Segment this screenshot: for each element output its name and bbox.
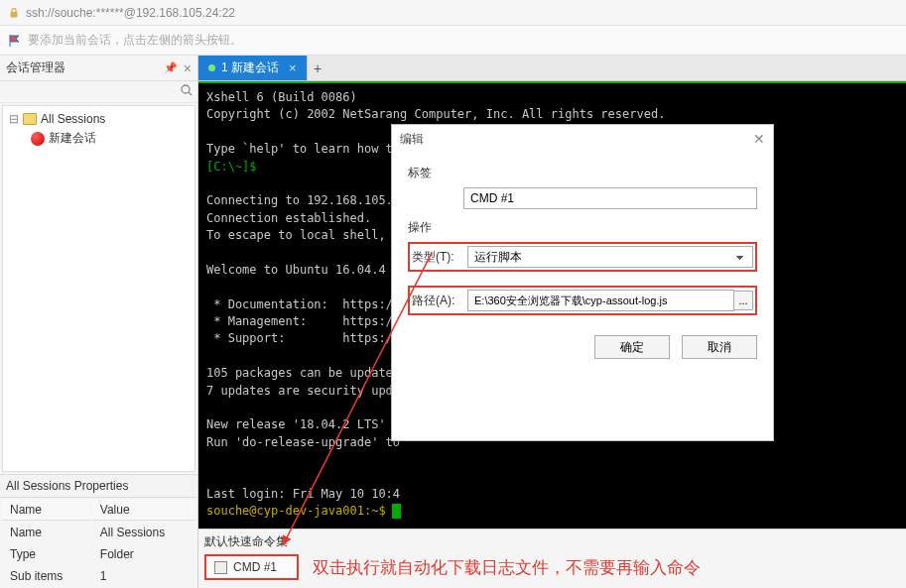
flag-icon (8, 34, 22, 48)
hint-text: 要添加当前会话，点击左侧的箭头按钮。 (28, 32, 242, 49)
prop-row: TypeFolder (2, 544, 195, 564)
tab-add-button[interactable]: + (307, 56, 328, 80)
path-label: 路径(A): (412, 293, 467, 309)
properties-table: NameValue NameAll Sessions TypeFolder Su… (0, 498, 197, 588)
address-text[interactable]: ssh://souche:******@192.168.105.24:22 (26, 6, 235, 20)
session-tree: ⊟ All Sessions 新建会话 (2, 105, 195, 472)
hint-bar: 要添加当前会话，点击左侧的箭头按钮。 (0, 26, 906, 56)
pane-close-icon[interactable]: × (184, 60, 192, 76)
prop-row: NameAll Sessions (2, 523, 195, 542)
tab-status-dot (208, 64, 215, 71)
prop-row: Sub items1 (2, 566, 195, 586)
svg-line-2 (189, 92, 192, 95)
quick-command-bar: 默认快速命令集 CMD #1 双击执行就自动化下载日志文件，不需要再输入命令 (198, 529, 906, 588)
tree-item-session[interactable]: 新建会话 (5, 128, 193, 149)
tree-item-root[interactable]: ⊟ All Sessions (5, 110, 193, 128)
cursor (393, 505, 400, 518)
quick-cmd-set-label: 默认快速命令集 (204, 533, 900, 550)
tree-child-label: 新建会话 (49, 130, 96, 147)
cancel-button[interactable]: 取消 (682, 335, 757, 359)
quick-cmd-button-label: CMD #1 (233, 560, 277, 574)
properties-title: All Sessions Properties (0, 474, 197, 498)
cmd-icon (214, 561, 227, 574)
browse-button[interactable]: ... (733, 291, 753, 310)
tab-active[interactable]: 1 新建会话 × (198, 56, 307, 80)
session-icon (31, 132, 45, 146)
dialog-section-action: 操作 (408, 219, 757, 236)
tree-root-label: All Sessions (41, 112, 105, 126)
col-value: Value (92, 500, 195, 521)
lock-icon (8, 7, 20, 19)
ok-button[interactable]: 确定 (594, 335, 670, 359)
pin-icon[interactable]: 📌 (164, 61, 178, 74)
tab-strip: 1 新建会话 × + (198, 56, 906, 81)
session-manager-pane: 会话管理器 📌 × ⊟ All Sessions 新建会话 All Sessio… (0, 56, 198, 588)
svg-point-1 (182, 85, 190, 93)
session-manager-title: 会话管理器 (6, 59, 65, 76)
type-label: 类型(T): (412, 249, 467, 266)
path-input[interactable] (467, 290, 734, 311)
dialog-close-icon[interactable]: ✕ (753, 131, 765, 147)
svg-rect-0 (11, 12, 18, 18)
search-row (0, 81, 197, 103)
tab-label: 1 新建会话 (221, 59, 279, 76)
address-bar: ssh://souche:******@192.168.105.24:22 (0, 0, 906, 26)
type-select[interactable]: 运行脚本 (467, 246, 753, 268)
tab-close-icon[interactable]: × (289, 60, 297, 75)
annotation-text: 双击执行就自动化下载日志文件，不需要再输入命令 (313, 556, 701, 579)
dialog-section-tag: 标签 (408, 165, 757, 181)
edit-dialog: 编辑 ✕ 标签 操作 类型(T): 运行脚本 路径(A): ... 确定 取消 (391, 124, 774, 441)
folder-icon (23, 113, 37, 125)
dialog-title: 编辑 (400, 131, 424, 148)
tag-input[interactable] (463, 187, 757, 209)
quick-cmd-button[interactable]: CMD #1 (204, 554, 299, 580)
col-name: Name (2, 500, 90, 521)
search-icon[interactable] (180, 83, 194, 97)
